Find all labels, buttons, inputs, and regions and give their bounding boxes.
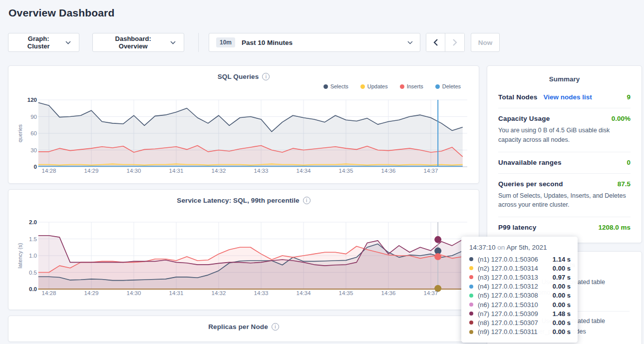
svg-text:2.0: 2.0 — [29, 219, 37, 225]
replicas-card-head: Replicas per Node i — [8, 322, 479, 331]
legend-dot — [400, 84, 404, 89]
tooltip-row: (n7) 127.0.0.1:503091.48 s — [469, 309, 571, 318]
sql-queries-chart[interactable]: 030609012014:2814:2914:3014:3114:3214:33… — [16, 91, 471, 177]
node-address: (n3) 127.0.0.1:50313 — [478, 274, 553, 281]
legend-item-updates[interactable]: Updates — [360, 83, 388, 89]
tooltip-row: (n1) 127.0.0.1:503061.14 s — [469, 255, 571, 264]
graph-scope-label: Graph: Cluster — [16, 35, 60, 50]
node-address: (n6) 127.0.0.1:50310 — [478, 301, 553, 309]
svg-text:14:37: 14:37 — [424, 168, 438, 174]
tooltip-row: (n4) 127.0.0.1:503120.00 s — [469, 282, 571, 291]
view-nodes-list-link[interactable]: View nodes list — [543, 93, 592, 101]
node-color-dot — [469, 294, 473, 298]
capacity-usage-value: 0.00% — [612, 115, 631, 122]
svg-text:14:33: 14:33 — [254, 168, 269, 174]
svg-text:30: 30 — [30, 147, 37, 153]
capacity-usage-desc: You are using 0 B of 4.5 GiB usable disk… — [498, 126, 631, 145]
info-icon[interactable]: i — [262, 73, 270, 80]
dashboard-controls: Graph: Cluster Dashboard: Overview 10m P… — [8, 33, 644, 52]
node-address: (n4) 127.0.0.1:50312 — [478, 283, 553, 290]
summary-body: Total Nodes View nodes list 9 Capacity U… — [487, 87, 642, 238]
node-latency-value: 0.00 s — [553, 283, 571, 290]
svg-text:14:36: 14:36 — [381, 168, 396, 174]
unavailable-ranges-value: 0 — [627, 159, 631, 166]
svg-text:1.5: 1.5 — [29, 236, 37, 242]
tooltip-row: (n3) 127.0.0.1:503130.97 s — [469, 273, 571, 282]
summary-panel: Summary Total Nodes View nodes list 9 Ca… — [487, 65, 642, 243]
tooltip-row: (n9) 127.0.0.1:503110.00 s — [469, 328, 571, 337]
legend-dot — [323, 84, 328, 89]
total-nodes-value: 9 — [627, 93, 631, 101]
svg-text:60: 60 — [30, 130, 37, 136]
tooltip-row: (n5) 127.0.0.1:503080.00 s — [469, 291, 571, 300]
node-latency-value: 1.48 s — [553, 310, 571, 318]
svg-text:14:34: 14:34 — [297, 168, 311, 174]
legend-item-deletes[interactable]: Deletes — [435, 83, 461, 89]
dashboard-select-dropdown[interactable]: Dashboard: Overview — [92, 33, 184, 52]
service-latency-chart[interactable]: 0.00.51.01.52.014:2814:2914:3014:3114:32… — [16, 208, 471, 301]
summary-row-p99: P99 latency 1208.0 ms — [498, 217, 631, 238]
qps-label: Queries per second — [498, 180, 563, 188]
service-latency-card: Service Latency: SQL, 99th percentile i … — [8, 189, 479, 310]
node-color-dot — [469, 303, 473, 307]
svg-text:latency (s): latency (s) — [17, 243, 23, 269]
svg-text:120: 120 — [27, 97, 37, 103]
svg-text:0.5: 0.5 — [29, 270, 37, 276]
svg-text:1.0: 1.0 — [29, 253, 37, 259]
node-color-dot — [469, 257, 473, 261]
node-latency-value: 0.00 s — [553, 292, 571, 299]
sql-queries-legend: SelectsUpdatesInsertsDeletes — [8, 83, 461, 90]
legend-item-selects[interactable]: Selects — [323, 83, 348, 89]
node-latency-value: 0.00 s — [553, 265, 571, 272]
total-nodes-label: Total Nodes — [498, 93, 537, 101]
legend-item-inserts[interactable]: Inserts — [400, 83, 423, 89]
node-address: (n8) 127.0.0.1:50307 — [478, 319, 553, 327]
svg-text:14:35: 14:35 — [339, 290, 353, 296]
svg-text:0: 0 — [34, 164, 37, 170]
node-latency-value: 0.97 s — [553, 274, 571, 281]
replicas-per-node-card: Replicas per Node i — [8, 316, 479, 342]
chevron-down-icon — [407, 41, 413, 44]
svg-text:14:32: 14:32 — [212, 290, 226, 296]
node-latency-value: 1.14 s — [553, 256, 571, 263]
chevron-right-icon — [452, 39, 457, 46]
node-address: (n5) 127.0.0.1:50308 — [478, 292, 553, 299]
svg-text:14:33: 14:33 — [254, 290, 269, 296]
charts-column: SQL Queries i SelectsUpdatesInsertsDelet… — [8, 65, 479, 342]
time-range-picker[interactable]: 10m Past 10 Minutes — [209, 33, 420, 52]
capacity-usage-label: Capacity Usage — [498, 115, 550, 122]
sql-queries-title: SQL Queries — [218, 73, 259, 80]
svg-text:14:28: 14:28 — [42, 290, 56, 296]
sql-queries-card-head: SQL Queries i — [8, 72, 479, 81]
legend-dot — [435, 84, 440, 89]
svg-text:14:28: 14:28 — [42, 168, 56, 174]
time-pager — [426, 33, 465, 52]
node-color-dot — [469, 275, 473, 279]
now-button[interactable]: Now — [471, 33, 500, 52]
tooltip-row: (n8) 127.0.0.1:503070.00 s — [469, 318, 571, 327]
legend-label: Deletes — [442, 83, 461, 89]
info-icon[interactable]: i — [303, 197, 311, 204]
svg-text:14:36: 14:36 — [381, 290, 396, 296]
time-range-label: Past 10 Minutes — [242, 39, 293, 46]
svg-text:14:30: 14:30 — [127, 168, 141, 174]
svg-text:14:30: 14:30 — [127, 290, 141, 296]
svg-text:0.0: 0.0 — [29, 286, 37, 292]
hover-point — [434, 253, 441, 260]
node-latency-value: 0.00 s — [553, 328, 571, 336]
graph-scope-dropdown[interactable]: Graph: Cluster — [8, 33, 79, 52]
service-latency-title: Service Latency: SQL, 99th percentile — [177, 197, 299, 204]
time-next-button[interactable] — [445, 33, 464, 51]
sql-queries-card: SQL Queries i SelectsUpdatesInsertsDelet… — [8, 65, 479, 184]
tooltip-date: Apr 5th, 2021 — [506, 244, 547, 251]
node-latency-value: 0.00 s — [553, 319, 571, 327]
svg-text:14:31: 14:31 — [169, 168, 184, 174]
legend-label: Updates — [367, 83, 388, 89]
time-prev-button[interactable] — [426, 33, 445, 51]
chevron-left-icon — [433, 39, 438, 46]
info-icon[interactable]: i — [272, 323, 279, 331]
time-range-badge: 10m — [216, 37, 235, 47]
summary-row-unavailable-ranges: Unavailable ranges 0 — [498, 152, 631, 174]
summary-panel-title: Summary — [487, 66, 642, 87]
summary-row-qps: Queries per second 87.5 Sum of Selects, … — [498, 174, 631, 218]
